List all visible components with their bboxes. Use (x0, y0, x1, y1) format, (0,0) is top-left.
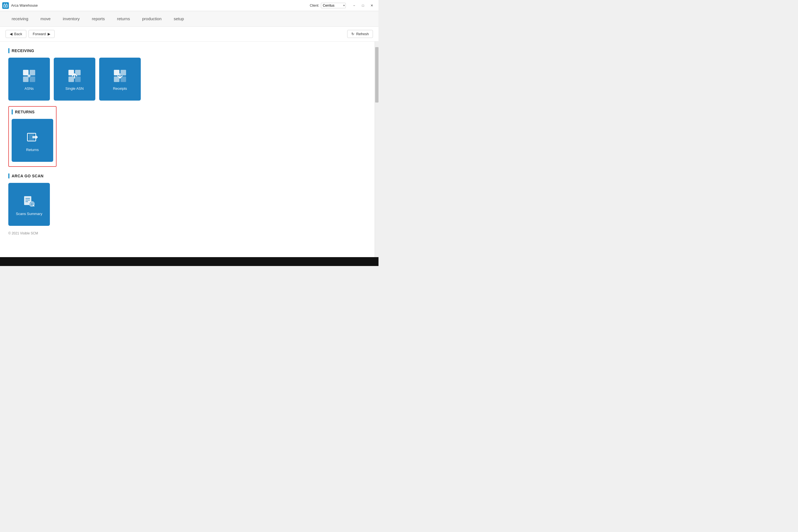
tile-asns[interactable]: ASNs (8, 58, 50, 100)
toolbar: ◀ Back Forward ▶ ↻ Refresh (0, 26, 379, 41)
nav-item-inventory[interactable]: inventory (57, 11, 86, 26)
asns-label: ASNs (24, 87, 34, 91)
title-bar-left: Arca Warehouse (2, 2, 38, 9)
asns-icon (21, 68, 37, 84)
window-controls: − □ ✕ (350, 2, 376, 10)
arca-go-scan-section-title: ARCA GO SCAN (8, 173, 366, 178)
tile-scans-summary[interactable]: Scans Summary (8, 183, 50, 226)
maximize-button[interactable]: □ (359, 2, 367, 10)
scans-summary-icon (21, 193, 37, 209)
section-bar-returns (12, 110, 13, 114)
back-label: Back (14, 32, 22, 36)
refresh-button[interactable]: ↻ Refresh (347, 30, 373, 38)
returns-tile-icon (24, 129, 41, 146)
scrollbar-thumb[interactable] (375, 47, 379, 102)
main-area: RECEIVING ASNs (0, 41, 379, 257)
tile-returns[interactable]: Returns (12, 119, 53, 162)
nav-item-setup[interactable]: setup (168, 11, 190, 26)
nav-bar: receiving move inventory reports returns… (0, 11, 379, 26)
close-button[interactable]: ✕ (367, 2, 376, 10)
nav-item-reports[interactable]: reports (86, 11, 111, 26)
receiving-title-text: RECEIVING (12, 49, 34, 53)
nav-item-receiving[interactable]: receiving (5, 11, 34, 26)
arca-go-scan-tile-grid: Scans Summary (8, 183, 366, 226)
returns-tile-grid: Returns (12, 119, 53, 162)
scrollbar-track[interactable] (375, 41, 379, 257)
receiving-tile-grid: ASNs Single ASN (8, 58, 366, 100)
back-button[interactable]: ◀ Back (5, 30, 26, 38)
svg-rect-3 (30, 70, 35, 75)
svg-rect-2 (23, 70, 28, 75)
forward-label: Forward (33, 32, 46, 36)
svg-rect-9 (75, 76, 81, 82)
receiving-section-title: RECEIVING (8, 48, 366, 53)
arca-go-scan-title-text: ARCA GO SCAN (12, 174, 43, 178)
forward-button[interactable]: Forward ▶ (28, 30, 55, 38)
tile-receipts[interactable]: Receipts (99, 58, 141, 100)
receipts-icon (112, 68, 128, 84)
returns-title-text: RETURNS (15, 110, 35, 114)
app-title: Arca Warehouse (11, 3, 38, 7)
single-asn-icon (66, 68, 83, 84)
section-bar-arca-go-scan (8, 173, 10, 178)
footer-copyright: © 2021 Visible SCM (8, 231, 366, 235)
receipts-label: Receipts (113, 87, 127, 91)
svg-rect-4 (23, 76, 28, 82)
single-asn-label: Single ASN (65, 87, 84, 91)
refresh-icon: ↻ (352, 32, 355, 36)
client-select-wrapper[interactable]: Cerritus (321, 3, 346, 8)
returns-label: Returns (26, 148, 39, 152)
svg-rect-5 (30, 76, 35, 82)
svg-rect-1 (5, 5, 6, 6)
forward-arrow-icon: ▶ (48, 32, 51, 36)
nav-item-production[interactable]: production (136, 11, 168, 26)
back-arrow-icon: ◀ (10, 32, 13, 36)
returns-section-title: RETURNS (12, 110, 53, 114)
taskbar (0, 257, 379, 266)
title-bar-right: Client: Cerritus − □ ✕ (310, 2, 376, 10)
nav-item-move[interactable]: move (34, 11, 57, 26)
returns-highlighted-section: RETURNS Returns (8, 106, 57, 167)
client-label: Client: (310, 4, 319, 7)
nav-item-returns[interactable]: returns (111, 11, 136, 26)
svg-rect-10 (114, 70, 119, 75)
toolbar-left: ◀ Back Forward ▶ (5, 30, 55, 38)
scans-summary-label: Scans Summary (16, 212, 42, 216)
section-bar-receiving (8, 48, 10, 53)
svg-rect-11 (120, 70, 126, 75)
app-icon (2, 2, 9, 9)
client-select[interactable]: Cerritus (321, 3, 346, 8)
svg-rect-8 (69, 76, 74, 82)
tile-single-asn[interactable]: Single ASN (54, 58, 95, 100)
content-scroll: RECEIVING ASNs (0, 41, 375, 257)
refresh-label: Refresh (356, 32, 369, 36)
title-bar: Arca Warehouse Client: Cerritus − □ ✕ (0, 0, 379, 11)
minimize-button[interactable]: − (350, 2, 359, 10)
